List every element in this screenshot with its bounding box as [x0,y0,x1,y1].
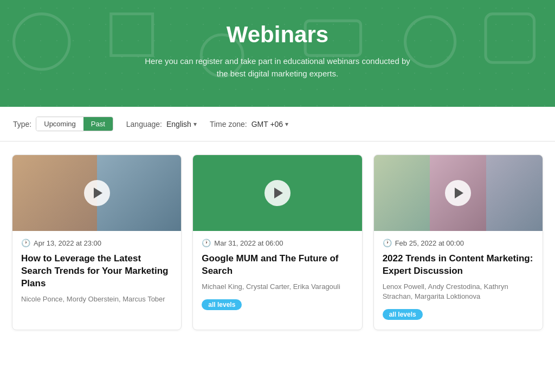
webinar-speakers-1: Nicole Ponce, Mordy Oberstein, Marcus To… [21,294,172,304]
webinar-thumbnail-2[interactable] [193,155,362,231]
language-value: English [166,120,191,128]
webinar-thumbnail-1[interactable] [12,155,181,231]
webinar-speakers-2: Michael King, Crystal Carter, Erika Vara… [202,282,353,292]
webinar-card-2: 🕐 Mar 31, 2022 at 06:00 Google MUM and T… [192,155,362,330]
filters-bar: Type: Upcoming Past Language: English ▾ … [0,107,555,142]
timezone-value: GMT +06 [251,120,283,128]
webinar-badge-3: all levels [383,309,423,320]
type-toggle: Upcoming Past [36,117,113,131]
webinar-title-2: Google MUM and The Future of Search [202,253,353,278]
language-filter: Language: English ▾ [126,120,197,128]
webinar-card-3: 🕐 Feb 25, 2022 at 00:00 2022 Trends in C… [373,155,543,330]
play-button-3[interactable] [445,180,471,206]
clock-icon-3: 🕐 [383,239,392,247]
language-label: Language: [126,120,162,128]
hero-section: Webinars Here you can register and take … [0,0,555,107]
timezone-chevron-icon: ▾ [285,120,288,128]
type-filter: Type: Upcoming Past [13,117,113,131]
type-label: Type: [13,120,31,128]
timezone-dropdown[interactable]: GMT +06 ▾ [251,120,289,128]
card-body-1: 🕐 Apr 13, 2022 at 23:00 How to Leverage … [12,231,181,319]
card-body-2: 🕐 Mar 31, 2022 at 06:00 Google MUM and T… [193,231,362,320]
language-chevron-icon: ▾ [193,120,197,128]
play-button-2[interactable] [264,180,291,206]
webinars-section: 🕐 Apr 13, 2022 at 23:00 How to Leverage … [1,142,554,352]
webinar-date-2: 🕐 Mar 31, 2022 at 06:00 [202,239,353,247]
type-past-button[interactable]: Past [83,117,113,131]
timezone-label: Time zone: [210,120,247,128]
clock-icon-2: 🕐 [202,239,211,247]
webinar-badge-2: all levels [202,299,242,310]
webinars-grid: 🕐 Apr 13, 2022 at 23:00 How to Leverage … [12,155,543,330]
speaker-face-4 [374,155,430,231]
webinar-title-3: 2022 Trends in Content Marketing: Expert… [383,253,534,278]
type-upcoming-button[interactable]: Upcoming [36,117,83,131]
timezone-filter: Time zone: GMT +06 ▾ [210,120,288,128]
webinar-date-1: 🕐 Apr 13, 2022 at 23:00 [21,239,172,247]
webinar-title-1: How to Leverage the Latest Search Trends… [21,253,172,290]
play-button-1[interactable] [84,180,110,206]
webinar-thumbnail-3[interactable] [374,155,543,231]
webinar-card-1: 🕐 Apr 13, 2022 at 23:00 How to Leverage … [12,155,182,330]
webinar-speakers-3: Lenox Powell, Andy Crestodina, Kathryn S… [383,282,534,301]
speaker-face-6 [486,155,543,231]
hero-subtitle: Here you can register and take part in e… [142,55,413,80]
page-title: Webinars [11,22,544,48]
language-dropdown[interactable]: English ▾ [166,120,197,128]
card-body-3: 🕐 Feb 25, 2022 at 00:00 2022 Trends in C… [374,231,543,330]
clock-icon-1: 🕐 [21,239,30,247]
webinar-date-3: 🕐 Feb 25, 2022 at 00:00 [383,239,534,247]
